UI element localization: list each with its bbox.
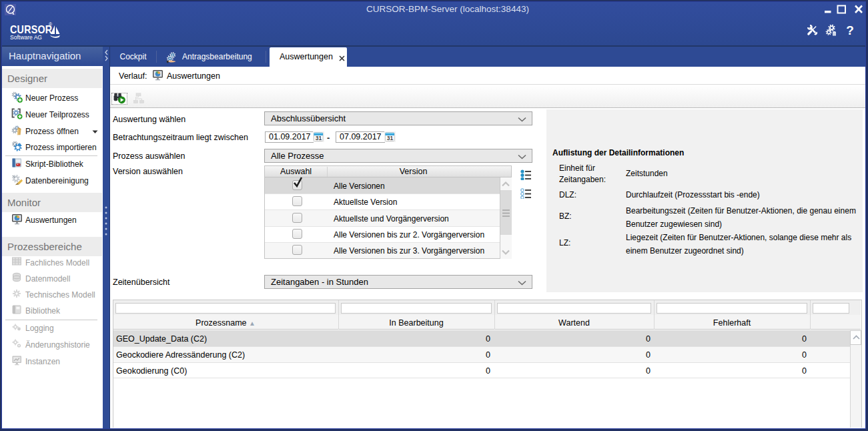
svg-text:?: ? [846, 23, 854, 37]
svg-text:31: 31 [316, 135, 322, 141]
svg-text:31: 31 [387, 135, 394, 141]
